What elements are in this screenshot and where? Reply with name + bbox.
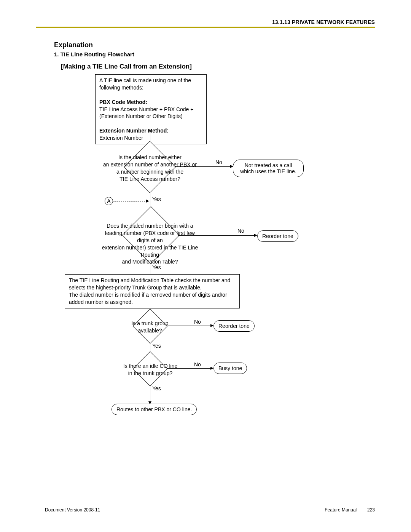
- connector-a: A: [105, 197, 113, 205]
- decision-dialed-number: [124, 141, 176, 193]
- arrow-right-icon: [254, 234, 257, 237]
- flow-line: [167, 368, 212, 369]
- decision-idle-co: [133, 351, 168, 387]
- flow-line-dashed: [113, 201, 147, 201]
- method2-title: Extension Number Method:: [99, 128, 169, 134]
- branch-label-yes: Yes: [151, 196, 162, 202]
- branch-label-no: No: [215, 159, 223, 165]
- branch-label-no: No: [193, 319, 202, 325]
- heading-explanation: Explanation: [54, 41, 93, 49]
- flow-process-routing-table: The TIE Line Routing and Modification Ta…: [65, 274, 240, 308]
- branch-label-no: No: [237, 228, 245, 234]
- terminal-reorder-2: Reorder tone: [213, 320, 255, 332]
- flow-process-intro: A TIE line call is made using one of the…: [95, 74, 207, 144]
- flow-line: [150, 263, 150, 274]
- terminal-reorder-1: Reorder tone: [257, 230, 298, 242]
- running-header: 13.1.13 PRIVATE NETWORK FEATURES: [272, 19, 375, 25]
- method1-body: TIE Line Access Number + PBX Code + (Ext…: [99, 106, 193, 120]
- flow-line: [178, 235, 256, 236]
- terminal-busy: Busy tone: [213, 363, 247, 374]
- branch-label-no: No: [193, 361, 202, 367]
- footer-manual-name: Feature Manual: [325, 507, 357, 513]
- branch-label-yes: Yes: [151, 264, 162, 270]
- intro-lead: A TIE line call is made using one of the…: [99, 77, 191, 91]
- arrow-right-icon: [210, 324, 213, 327]
- page-footer: Document Version 2008-11 Feature Manual …: [45, 507, 375, 513]
- method1-title: PBX Code Method:: [99, 99, 147, 105]
- branch-label-yes: Yes: [151, 385, 162, 391]
- terminal-not-tie: Not treated as a call which uses the TIE…: [233, 160, 304, 177]
- flow-line: [167, 326, 212, 326]
- flow-line: [175, 166, 232, 167]
- arrow-right-icon: [210, 367, 213, 370]
- heading-subtitle: [Making a TIE Line Call from an Extensio…: [61, 63, 192, 70]
- decision-trunk-available: [133, 309, 168, 344]
- arrow-right-icon: [146, 200, 149, 203]
- terminal-route: Routes to other PBX or CO line.: [112, 404, 197, 415]
- flow-line: [150, 385, 150, 404]
- branch-label-yes: Yes: [151, 343, 162, 349]
- document-page: 13.1.13 PRIVATE NETWORK FEATURES Explana…: [0, 0, 411, 532]
- footer-separator: [362, 508, 362, 513]
- footer-page-number: 223: [367, 507, 375, 513]
- heading-item: 1. TIE Line Routing Flowchart: [54, 51, 134, 58]
- footer-doc-version: Document Version 2008-11: [45, 507, 100, 513]
- method2-body: Extension Number: [99, 135, 143, 141]
- header-rule: [36, 27, 375, 28]
- decision-leading-number: [122, 206, 180, 264]
